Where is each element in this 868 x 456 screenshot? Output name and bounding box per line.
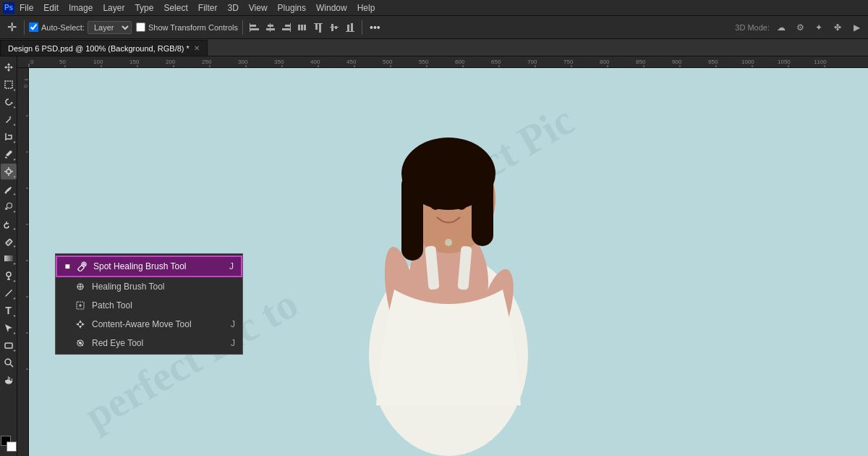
menu-window[interactable]: Window [311,1,352,14]
pen-tool[interactable]: ▸ [1,285,17,301]
show-transform-wrap: Show Transform Controls [136,22,238,32]
auto-select-checkbox[interactable] [29,22,38,32]
magic-wand-tool[interactable]: ▸ [1,111,17,127]
3d-camera-icon[interactable]: ▶ [849,20,864,35]
document-canvas[interactable]: perfect Pic perfect Pic to [29,68,868,456]
marquee-tool[interactable]: ▸ [1,77,17,93]
ctx-patch-tool[interactable]: ■ Patch Tool [56,296,242,315]
3d-globe-icon[interactable]: ☁ [774,20,788,35]
align-bottom-icon[interactable] [343,20,357,35]
zoom-tool[interactable] [1,355,17,371]
ctx-content-aware-shortcut: J [231,319,235,329]
distribute-icon[interactable] [295,20,310,35]
ctx-spot-healing-shortcut: J [229,261,234,271]
gradient-tool[interactable]: ▸ [1,250,17,266]
ctx-red-eye-shortcut: J [231,338,235,348]
menu-view[interactable]: View [244,1,273,14]
svg-text:250: 250 [202,59,212,65]
eraser-tool[interactable]: ▸ [1,233,17,249]
brush-tool[interactable]: ▸ [1,181,17,197]
ctx-red-eye-label: Red Eye Tool [92,338,143,348]
show-transform-checkbox[interactable] [136,22,145,32]
clone-stamp-tool[interactable]: ▸ [1,198,17,214]
svg-text:0: 0 [30,59,34,65]
svg-text:350: 350 [274,59,284,65]
svg-point-111 [430,195,441,210]
align-right-icon[interactable] [279,20,294,35]
menu-layer[interactable]: Layer [98,1,129,14]
ctx-patch-tool-label: Patch Tool [92,300,132,311]
align-left-icon[interactable] [247,20,262,35]
menu-filter[interactable]: Filter [193,1,223,14]
type-tool[interactable]: T ▸ [1,303,17,318]
content-aware-icon [75,318,86,330]
svg-text:900: 900 [672,59,682,65]
menu-help[interactable]: Help [352,1,380,14]
menu-type[interactable]: Type [129,1,158,14]
menu-edit[interactable]: Edit [38,1,64,14]
svg-text:1050: 1050 [778,59,791,65]
svg-rect-21 [5,81,12,88]
svg-text:750: 750 [563,59,574,65]
tab-close-btn[interactable]: ✕ [194,44,200,52]
horizontal-ruler: 0 50 100 150 200 250 300 350 400 [17,56,868,68]
history-brush-tool[interactable]: ▸ [1,216,17,232]
align-middle-icon[interactable] [327,20,341,35]
crop-tool[interactable]: ▸ [1,129,17,145]
left-toolbar: ▸ ▸ ▸ ▸ ▸ ▸ ▸ [0,56,17,456]
svg-text:200: 200 [166,59,176,65]
canvas-area: 0 50 100 150 200 250 300 350 400 [17,56,868,456]
dodge-tool[interactable]: ▸ [1,268,17,284]
align-center-h-icon[interactable] [263,20,278,35]
move-tool[interactable] [1,59,17,75]
menubar: Ps File Edit Image Layer Type Select Fil… [0,0,868,16]
ctx-red-eye[interactable]: ■ Red Eye Tool J [56,334,242,352]
svg-point-32 [7,272,11,276]
3d-rotate-icon[interactable]: ⚙ [793,20,807,35]
menu-3d[interactable]: 3D [222,1,243,14]
healing-brush-icon [75,281,86,292]
menu-image[interactable]: Image [64,1,98,14]
flyout-arrow: ▸ [14,191,16,196]
svg-text:50: 50 [59,59,66,65]
menu-select[interactable]: Select [158,1,192,14]
hand-tool[interactable] [1,372,17,388]
red-eye-icon [75,337,86,349]
svg-text:1000: 1000 [741,59,754,65]
flyout-arrow: ▸ [14,243,16,248]
ctx-healing-brush-label: Healing Brush Tool [92,282,165,292]
color-swatches[interactable] [1,436,17,452]
svg-rect-31 [4,256,13,261]
document-tab[interactable]: Design 6 PSD.psd @ 100% (Background, RGB… [0,40,208,56]
3d-mode-label: 3D Mode: [735,23,770,32]
flyout-arrow: ▸ [14,174,16,179]
ctx-content-aware[interactable]: ■ Content-Aware Move Tool J [56,315,242,334]
svg-rect-13 [319,24,321,33]
svg-rect-10 [301,25,303,30]
menu-file[interactable]: File [14,1,38,14]
svg-text:100: 100 [93,59,103,65]
svg-text:950: 950 [708,59,718,65]
auto-select-dropdown[interactable]: Layer Group [88,21,132,34]
align-top-icon[interactable] [311,20,326,35]
svg-rect-38 [17,56,868,68]
move-tool-btn[interactable]: ✛ [4,19,20,35]
healing-brush-tool[interactable]: ▸ [1,164,17,180]
ctx-spot-healing[interactable]: ■ Spot Healing Brush Tool J [56,256,242,277]
shape-tool[interactable]: ▸ [1,337,17,353]
3d-move-icon[interactable]: ✤ [830,20,845,35]
path-select-tool[interactable]: ▸ [1,320,17,336]
flyout-arrow: ▸ [14,122,16,127]
lasso-tool[interactable]: ▸ [1,94,17,110]
ctx-healing-brush[interactable]: ■ Healing Brush Tool [56,277,242,296]
patch-tool-icon [75,300,86,311]
auto-select-wrap: Auto-Select: Layer Group [29,21,132,34]
svg-rect-1 [250,28,259,30]
more-options-btn[interactable]: ••• [367,20,383,35]
context-menu: ■ Spot Healing Brush Tool J [55,253,243,355]
3d-scale-icon[interactable]: ✦ [812,20,826,35]
svg-text:450: 450 [346,59,357,65]
svg-rect-9 [298,25,300,30]
menu-plugins[interactable]: Plugins [273,1,311,14]
eyedropper-tool[interactable]: ▸ [1,146,17,162]
